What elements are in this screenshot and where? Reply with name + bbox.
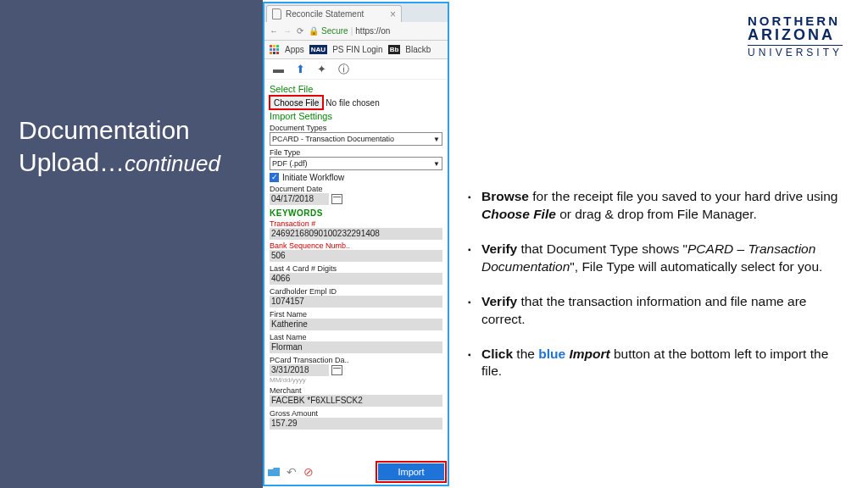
doc-types-value: PCARD - Transaction Documentatio [272, 135, 394, 143]
doc-date-label: Document Date [270, 185, 442, 193]
bookmarks-bar: Apps NAU PS FIN Login Bb Blackb [264, 41, 448, 59]
page-icon [272, 8, 281, 19]
app-toolbar: ▬ ⬆ ✦ ⓘ [264, 59, 448, 80]
logo-line3: UNIVERSITY [748, 45, 843, 58]
address-bar: ← → ⟳ 🔒 Secure | https://on [264, 22, 448, 41]
file-type-select[interactable]: PDF (.pdf)▼ [270, 157, 442, 170]
calendar-icon[interactable] [331, 365, 342, 375]
back-icon[interactable]: ← [270, 26, 278, 36]
doc-types-select[interactable]: PCARD - Transaction Documentatio▼ [270, 132, 442, 146]
forward-icon[interactable]: → [283, 26, 292, 36]
apps-icon[interactable] [270, 45, 280, 55]
no-file-label: No file chosen [326, 98, 379, 108]
chevron-down-icon: ▼ [433, 136, 440, 143]
keyword-label: Transaction # [270, 219, 442, 228]
title-continued: continued [125, 151, 220, 176]
secure-label: Secure [321, 26, 348, 36]
instructions: Browse for the receipt file you saved to… [468, 188, 849, 397]
tab-strip: Reconcile Statement × [264, 3, 448, 22]
tab-title: Reconcile Statement [286, 9, 364, 19]
select-file-header: Select File [270, 84, 442, 94]
doc-types-label: Document Types [270, 124, 442, 132]
url-text: https://on [355, 26, 390, 36]
slide-sidebar: Documentation Upload…continued [0, 0, 263, 488]
bookmark-bb[interactable]: Blackb [405, 45, 431, 54]
keyword-field[interactable]: 506 [270, 250, 442, 262]
title-line2: Upload… [19, 148, 125, 176]
date-hint: MM/dd/yyyy [270, 376, 442, 384]
title-line1: Documentation [19, 116, 190, 144]
keyword-label: Last 4 Card # Digits [270, 264, 442, 273]
keyword-field[interactable]: FACEBK *F6XLLFSCK2 [270, 395, 442, 407]
browser-tab[interactable]: Reconcile Statement × [266, 5, 402, 22]
keyword-field[interactable]: 24692168090100232291408 [270, 228, 442, 240]
reload-icon[interactable]: ⟳ [297, 26, 303, 36]
discard-icon[interactable]: ⊘ [303, 465, 314, 479]
keyword-field[interactable]: 157.29 [270, 418, 442, 430]
keyword-field[interactable]: 1074157 [270, 296, 442, 308]
bookmark-ps[interactable]: PS FIN Login [332, 45, 382, 54]
lock-icon: 🔒 [309, 26, 319, 36]
keyword-label: Gross Amount [270, 409, 442, 418]
bb-icon: Bb [388, 45, 401, 54]
url-field[interactable]: 🔒 Secure | https://on [309, 26, 390, 36]
calendar-icon[interactable] [331, 194, 342, 204]
keyword-label: PCard Transaction Da.. [270, 356, 442, 364]
chevron-down-icon: ▼ [433, 160, 440, 168]
keyword-label: Merchant [270, 386, 442, 395]
bookmark-apps[interactable]: Apps [285, 45, 304, 54]
keyword-field[interactable]: Florman [270, 341, 442, 353]
upload-panel: Select File Choose File No file chosen I… [264, 80, 448, 432]
nau-icon: NAU [309, 45, 327, 54]
import-settings-header: Import Settings [270, 111, 442, 121]
info-icon[interactable]: ⓘ [338, 62, 349, 77]
keyword-field[interactable]: Katherine [270, 319, 442, 330]
logo-line2: ARIZONA [748, 26, 843, 44]
file-type-value: PDF (.pdf) [272, 159, 308, 168]
folder-open-icon[interactable] [268, 468, 280, 476]
doc-date-field[interactable]: 04/17/2018 [270, 193, 329, 205]
undo-icon[interactable]: ↶ [287, 465, 297, 479]
folder-icon[interactable]: ▬ [273, 63, 284, 75]
browser-window: Reconcile Statement × ← → ⟳ 🔒 Secure | h… [263, 2, 449, 486]
keywords-header: KEYWORDS [270, 208, 442, 218]
checkmark-icon: ✓ [270, 173, 279, 182]
instruction-browse: Browse for the receipt file you saved to… [468, 188, 849, 224]
instruction-verify-doctype: Verify that Document Type shows "PCARD –… [468, 241, 849, 276]
keyword-date-field[interactable]: 3/31/2018 [270, 364, 329, 376]
slide-title: Documentation Upload…continued [19, 114, 220, 178]
initiate-label: Initiate Workflow [282, 173, 344, 182]
instruction-verify-info: Verify that the transaction information … [468, 293, 849, 329]
import-button[interactable]: Import [378, 463, 444, 480]
close-icon[interactable]: × [390, 8, 396, 20]
choose-file-button[interactable]: Choose File [270, 96, 323, 109]
instruction-click-import: Click the blue Import button at the bott… [468, 346, 849, 381]
puzzle-icon[interactable]: ✦ [317, 63, 326, 75]
bottom-toolbar: ↶ ⊘ Import [264, 461, 448, 483]
file-type-label: File Type [270, 148, 442, 157]
keyword-label: Bank Sequence Numb.. [270, 241, 442, 250]
keyword-label: Cardholder Empl ID [270, 287, 442, 296]
initiate-workflow-checkbox[interactable]: ✓Initiate Workflow [270, 173, 442, 182]
keyword-field[interactable]: 4066 [270, 273, 442, 285]
keyword-label: Last Name [270, 333, 442, 341]
nau-logo: NORTHERN ARIZONA UNIVERSITY [748, 14, 843, 58]
upload-icon[interactable]: ⬆ [296, 63, 305, 75]
keyword-label: First Name [270, 310, 442, 319]
